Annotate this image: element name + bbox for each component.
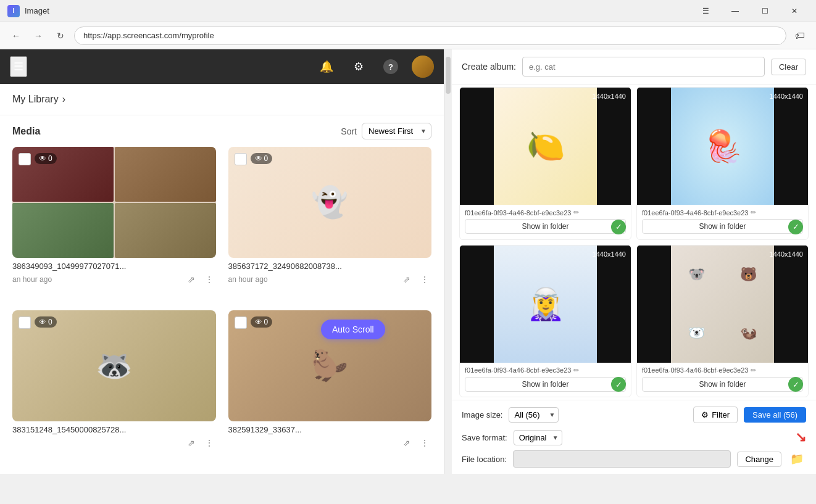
- menu-icon: ☰: [702, 7, 709, 15]
- media-title: Media: [12, 126, 40, 137]
- share-button-3[interactable]: ⇗: [185, 437, 198, 449]
- back-button[interactable]: ←: [7, 27, 25, 44]
- media-item[interactable]: 👁 0 386349093_10499977027071... an hour …: [12, 147, 216, 286]
- image-card-4[interactable]: 🐨🐻🐻‍❄️🦦 1440x1440 ✓ f01ee6fa-0f93-4a46-8…: [636, 245, 809, 398]
- media-item-2[interactable]: 👻 👁 0 385637172_32490682008738... an hou…: [228, 147, 432, 286]
- save-all-button[interactable]: Save all (56): [744, 407, 806, 423]
- refresh-button[interactable]: ↻: [52, 27, 69, 44]
- media-checkbox-1[interactable]: [19, 153, 31, 165]
- bookmark-icon: 🏷: [795, 30, 805, 41]
- image-check-1: ✓: [611, 220, 626, 234]
- share-button-4[interactable]: ⇗: [401, 437, 413, 449]
- image-card-3[interactable]: 🧝‍♀️ 1440x1440 ✓ f01ee6fa-0f93-4a46-8cbf…: [459, 245, 631, 398]
- sort-wrapper: Newest First Oldest First Name A-Z Name …: [362, 123, 431, 139]
- bottom-controls: Image size: All (56) Small Medium Large …: [452, 400, 816, 474]
- hamburger-menu[interactable]: ☰: [10, 56, 27, 77]
- back-icon: ←: [12, 31, 20, 41]
- right-panel: Create album: Clear 🍋 1440x1440 ✓ f01ee6…: [452, 49, 816, 474]
- image-check-3: ✓: [611, 377, 626, 392]
- image-info-1: f01ee6fa-0f93-4a46-8cbf-e9ec3e23 ✏ Show …: [460, 205, 631, 238]
- image-size-select[interactable]: All (56) Small Medium Large: [509, 407, 559, 423]
- media-item-3[interactable]: 🦝 👁 0 383151248_15450000825728... ⇗ ⋮: [12, 310, 216, 449]
- media-meta-2: an hour ago ⇗ ⋮: [228, 273, 432, 286]
- image-card-1[interactable]: 🍋 1440x1440 ✓ f01ee6fa-0f93-4a46-8cbf-e9…: [459, 87, 631, 240]
- media-views-3: 👁 0: [35, 316, 57, 328]
- format-select-wrapper: Original JPG PNG WebP ▼: [514, 430, 562, 445]
- bookmark-button[interactable]: 🏷: [791, 27, 809, 44]
- edit-icon-2[interactable]: ✏: [751, 209, 756, 217]
- image-dimensions-2: 1440x1440: [770, 93, 803, 100]
- help-button[interactable]: ?: [380, 56, 402, 78]
- media-checkbox-3[interactable]: [19, 316, 31, 329]
- show-folder-btn-2[interactable]: Show in folder: [642, 219, 803, 234]
- media-actions-2: ⇗ ⋮: [401, 273, 431, 286]
- image-size-label: Image size:: [462, 410, 502, 419]
- album-bar: Create album: Clear: [452, 49, 816, 85]
- share-button-1[interactable]: ⇗: [185, 273, 198, 286]
- more-button-4[interactable]: ⋮: [418, 437, 431, 449]
- edit-icon-1[interactable]: ✏: [573, 209, 579, 217]
- show-folder-btn-3[interactable]: Show in folder: [465, 377, 626, 392]
- my-library-link[interactable]: My Library ›: [12, 94, 431, 105]
- show-folder-btn-1[interactable]: Show in folder: [465, 219, 626, 234]
- settings-button[interactable]: ⚙: [348, 56, 370, 78]
- file-location-label: File location:: [462, 455, 507, 464]
- app-title: Imaget: [25, 6, 49, 15]
- maximize-button[interactable]: ☐: [751, 0, 779, 22]
- media-name-3: 383151248_15450000825728...: [12, 425, 216, 434]
- folder-icon: 📁: [790, 453, 804, 465]
- media-views-4: 👁 0: [251, 316, 273, 328]
- more-button-1[interactable]: ⋮: [202, 273, 216, 286]
- format-select[interactable]: Original JPG PNG WebP: [514, 430, 562, 445]
- media-checkbox-2[interactable]: [235, 153, 247, 165]
- filter-button[interactable]: ⚙ Filter: [693, 407, 738, 423]
- app-icon: I: [7, 5, 20, 17]
- image-dimensions-1: 1440x1440: [593, 93, 626, 100]
- scrollbar-thumb: [446, 57, 451, 94]
- more-button-3[interactable]: ⋮: [202, 437, 216, 449]
- share-button-2[interactable]: ⇗: [401, 273, 413, 286]
- sort-select[interactable]: Newest First Oldest First Name A-Z Name …: [362, 123, 431, 139]
- media-meta-1: an hour ago ⇗ ⋮: [12, 273, 216, 286]
- image-thumb-2: 🪼: [637, 88, 808, 205]
- minimize-button[interactable]: —: [721, 0, 749, 22]
- library-link-text: My Library: [12, 94, 59, 105]
- titlebar: I Imaget ☰ — ☐ ✕: [0, 0, 816, 22]
- address-input[interactable]: [74, 27, 786, 45]
- media-actions-1: ⇗ ⋮: [185, 273, 216, 286]
- close-icon: ✕: [791, 7, 797, 15]
- media-actions-3: ⇗ ⋮: [185, 437, 216, 449]
- folder-icon-button[interactable]: 📁: [788, 451, 806, 467]
- notifications-button[interactable]: 🔔: [315, 56, 338, 78]
- edit-icon-3[interactable]: ✏: [573, 366, 579, 374]
- more-button-2[interactable]: ⋮: [418, 273, 431, 286]
- clear-button[interactable]: Clear: [771, 59, 806, 75]
- library-header: My Library ›: [0, 84, 444, 115]
- left-scrollbar[interactable]: [444, 49, 452, 474]
- image-info-2: f01ee6fa-0f93-4a46-8cbf-e9ec3e23 ✏ Show …: [637, 205, 808, 238]
- avatar[interactable]: [412, 56, 434, 78]
- top-nav: ☰ 🔔 ⚙ ?: [0, 49, 444, 84]
- image-filename-2: f01ee6fa-0f93-4a46-8cbf-e9ec3e23 ✏: [642, 209, 803, 217]
- titlebar-left: I Imaget: [7, 5, 49, 17]
- image-card-2[interactable]: 🪼 1440x1440 ✓ f01ee6fa-0f93-4a46-8cbf-e9…: [636, 87, 809, 240]
- image-filename-4: f01ee6fa-0f93-4a46-8cbf-e9ec3e23 ✏: [642, 366, 803, 374]
- album-input[interactable]: [522, 57, 765, 76]
- change-button[interactable]: Change: [737, 452, 781, 467]
- menu-icon-btn[interactable]: ☰: [691, 0, 720, 22]
- hamburger-icon: ☰: [14, 60, 23, 73]
- auto-scroll-button[interactable]: Auto Scroll: [321, 320, 385, 339]
- media-checkbox-4[interactable]: [235, 316, 247, 329]
- refresh-icon: ↻: [57, 31, 64, 41]
- titlebar-controls: ☰ — ☐ ✕: [691, 0, 809, 22]
- forward-button[interactable]: →: [30, 27, 47, 44]
- close-button[interactable]: ✕: [780, 0, 809, 22]
- edit-icon-4[interactable]: ✏: [751, 366, 756, 374]
- auto-scroll-overlay: Auto Scroll: [321, 320, 385, 339]
- media-views-1: 👁 0: [35, 153, 57, 164]
- show-folder-btn-4[interactable]: Show in folder: [642, 377, 803, 392]
- media-meta-3: ⇗ ⋮: [12, 437, 216, 449]
- image-check-2: ✓: [788, 220, 803, 234]
- size-select-wrapper: All (56) Small Medium Large ▼: [509, 407, 559, 423]
- arrow-indicator: ↘: [795, 429, 806, 445]
